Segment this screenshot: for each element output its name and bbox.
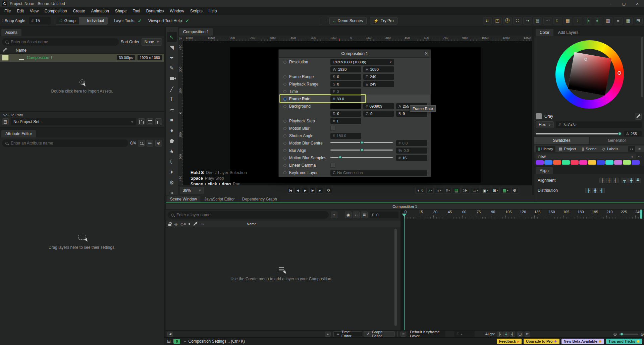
background-radio[interactable] (283, 105, 286, 108)
panel-scrollbar[interactable] (641, 37, 643, 97)
go-to-start-button[interactable]: |◀ (287, 187, 293, 193)
camera-tool[interactable] (167, 73, 177, 83)
hex-input[interactable]: # 7a7a7a (556, 121, 642, 128)
align-top-icon[interactable]: ╥ (622, 178, 628, 183)
log-icon[interactable]: ▤ (167, 339, 171, 344)
motion-blur-centre-field[interactable]: #0.0 (396, 140, 427, 146)
tab-attribute-editor[interactable]: Attribute Editor (1, 130, 36, 137)
timeline-track-area[interactable] (400, 219, 644, 330)
menu-item[interactable]: Tool (130, 9, 143, 13)
lock-icon[interactable] (168, 224, 171, 226)
frame-rate-radio[interactable] (283, 98, 286, 101)
asset-import-dropzone[interactable]: Double click here to import Assets. (0, 62, 164, 111)
timeline-ruler[interactable]: 0153045607590105120135150165180195210225… (400, 210, 644, 219)
picker-icon[interactable] (193, 222, 198, 226)
next-frame-button[interactable]: |▶ (309, 187, 316, 193)
frame-icon[interactable]: Ⓕ (503, 17, 512, 24)
play-button[interactable]: ▶ (302, 187, 308, 193)
playback-range-start-field[interactable]: S0 (330, 81, 361, 87)
menu-item[interactable]: Animation (88, 9, 112, 13)
blur-align-field[interactable]: %0.0 (396, 148, 427, 154)
trim-path-icon[interactable]: ⇢ (523, 17, 532, 24)
playback-range-end-field[interactable]: E249 (363, 81, 394, 87)
asset-row-composition-1[interactable]: Composition 1 30.00fps 1920 x 1080 (0, 54, 164, 62)
duplicate-icon[interactable]: ⊞ ▸ (491, 187, 500, 194)
align-center-h-icon[interactable]: ╪ (606, 178, 612, 183)
motion-blur-samples-radio[interactable] (283, 157, 286, 160)
frame-range-radio[interactable] (283, 75, 286, 78)
playback-step-field[interactable]: #1 (330, 118, 361, 124)
open-folder-button[interactable] (138, 118, 145, 125)
color-swatch[interactable] (544, 160, 552, 165)
keyframe-layer-field[interactable]: CNo Connection (330, 170, 427, 176)
visibility-icon[interactable]: ◎ (174, 222, 178, 226)
snap-angle-input[interactable]: # 15 (29, 17, 51, 24)
minimize-button[interactable]: – (604, 0, 617, 7)
motion-blur-checkbox[interactable] (330, 126, 335, 131)
maximize-button[interactable]: ▢ (617, 0, 631, 7)
individual-mode-button[interactable]: ∷ Individual (79, 17, 107, 24)
tab-assets[interactable]: Assets (1, 29, 21, 36)
asset-search-input[interactable] (2, 38, 119, 46)
background-hex-field[interactable]: #090909 (363, 103, 394, 109)
playback-range-radio[interactable] (283, 83, 286, 86)
rectangle-tool[interactable]: ■ (167, 115, 177, 125)
width-field[interactable]: W1920 (330, 66, 361, 72)
polygon-tool[interactable] (167, 136, 177, 146)
tab-dependency-graph[interactable]: Dependency Graph (239, 196, 280, 203)
asset-color-swatch[interactable] (2, 55, 9, 61)
new-window-button[interactable] (147, 118, 153, 125)
align-bottom-icon[interactable]: ╨ (635, 178, 641, 183)
keyframe-layer-icon[interactable]: ≡ (400, 332, 406, 337)
resolution-dropdown[interactable]: 1920x1080 (1080p)∨ (330, 59, 394, 65)
color-mode-dropdown[interactable]: Hex∨ (536, 121, 554, 128)
focus-playhead-icon[interactable]: ▪ (325, 332, 331, 337)
menu-item[interactable]: File (1, 9, 14, 13)
shutter-angle-field[interactable]: #180.0 (330, 133, 361, 139)
current-frame-field[interactable]: F 0 (370, 212, 398, 218)
layer-list-scrollbar[interactable] (394, 229, 397, 326)
clear-search-button[interactable]: ⊗ (155, 140, 162, 147)
ellipse-tool[interactable]: ● (167, 125, 177, 135)
rows-icon[interactable]: ≡ (614, 17, 623, 24)
frame-range-start-field[interactable]: S0 (330, 74, 361, 80)
lasso-icon[interactable]: ≀ (574, 17, 582, 24)
motion-blur-centre-radio[interactable] (283, 142, 286, 145)
color-swatch[interactable] (614, 160, 622, 165)
tab-color[interactable]: Color (536, 29, 553, 36)
loop-toggle[interactable]: ⟳ (326, 187, 332, 193)
tab-scene-window[interactable]: Scene Window (167, 196, 200, 203)
align-right-icon[interactable]: ╡ (613, 178, 619, 183)
saturation-value-box[interactable] (568, 52, 611, 96)
menu-item[interactable]: Shape (112, 9, 130, 13)
select-tool[interactable]: ↖ (167, 32, 177, 42)
swatch-group-menu-icon[interactable]: ⋯ (638, 154, 642, 159)
direct-select-tool[interactable]: ◥ (167, 42, 177, 52)
attribute-editor-dropzone[interactable]: Drag layers here to see their settings. (0, 148, 164, 336)
message-count-badge[interactable]: 0 (173, 339, 180, 344)
marquee-icon[interactable]: ▢ (517, 332, 523, 337)
camera-toggle-icon[interactable]: ▭ (201, 222, 204, 226)
key-align-right-icon[interactable]: ╡ (509, 332, 515, 337)
settings-tool[interactable]: ⚙ (167, 177, 177, 187)
key-align-left-icon[interactable]: ╞ (497, 332, 502, 337)
text-tool[interactable]: T (167, 94, 177, 104)
distribute-left-icon[interactable]: ╟ (585, 188, 591, 193)
pen-tool[interactable]: ✒ (167, 53, 177, 63)
library-tab[interactable]: |||Library (536, 146, 555, 152)
zoom-out-icon[interactable]: ⊖ (613, 332, 617, 337)
timeline-end-marker[interactable] (640, 210, 642, 219)
mute-icon[interactable] (188, 223, 190, 225)
color-swatch[interactable] (553, 160, 561, 165)
pick-attribute-button[interactable] (138, 140, 145, 147)
tab-swatches[interactable]: Swatches (534, 137, 589, 144)
tab-javascript-editor[interactable]: JavaScript Editor (201, 196, 238, 203)
motion-blur-radio[interactable] (283, 127, 286, 130)
viewport-settings-icon[interactable]: ⚙ (511, 187, 519, 194)
tab-generator[interactable]: Generator (590, 137, 644, 144)
grid-view-icon[interactable]: ∷ (628, 146, 635, 152)
pencil-tool[interactable]: ✎ (167, 63, 177, 73)
time-field[interactable]: F0 (330, 89, 361, 95)
dialog-title[interactable]: Composition 1 (279, 50, 431, 58)
grid-icon[interactable]: # ▸ (444, 187, 452, 194)
